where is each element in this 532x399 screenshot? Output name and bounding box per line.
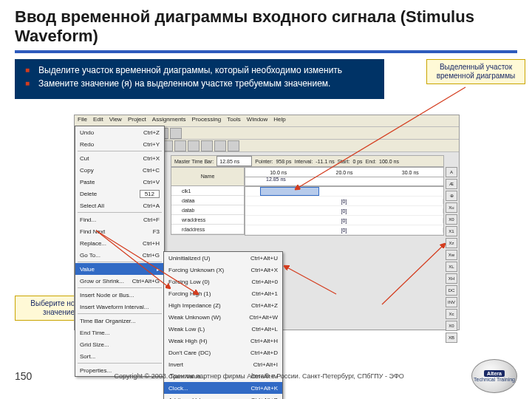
menu-timebar-organizer[interactable]: Time Bar Organizer... bbox=[75, 315, 164, 327]
menu-find[interactable]: Find...Ctrl+F bbox=[75, 214, 164, 225]
tool-icon[interactable]: XL bbox=[446, 262, 457, 272]
menu-item[interactable]: Tools bbox=[227, 116, 241, 126]
value-arbitrary[interactable]: Arbitrary Value...Ctrl+Alt+B bbox=[164, 394, 282, 399]
signal-row[interactable]: rdaddress bbox=[171, 225, 244, 234]
time-ruler[interactable]: 10.0 ns 20.0 ns 30.0 ns 12.85 ns bbox=[245, 167, 444, 186]
tool-icon[interactable]: Xw bbox=[446, 250, 457, 260]
tool-icon[interactable]: XH bbox=[446, 273, 457, 284]
tool-icon[interactable]: INV bbox=[446, 297, 457, 307]
pointer-value: 958 ps bbox=[276, 159, 291, 164]
timebar-label: Master Time Bar: bbox=[174, 159, 214, 164]
menu-copy[interactable]: CopyCtrl+C bbox=[75, 164, 164, 176]
waveform-row-clk[interactable] bbox=[245, 187, 443, 197]
menu-select-all[interactable]: Select AllCtrl+A bbox=[75, 200, 164, 211]
value-unknown[interactable]: Forcing Unknown (X)Ctrl+Alt+X bbox=[164, 264, 282, 276]
end-label: End: bbox=[366, 159, 376, 164]
interval-label: Interval: bbox=[294, 159, 313, 164]
tool-icon[interactable]: DC bbox=[446, 285, 457, 296]
edit-menu[interactable]: UndoCtrl+Z RedoCtrl+Y CutCtrl+X CopyCtrl… bbox=[75, 126, 165, 377]
tool-icon[interactable]: Xu bbox=[446, 202, 457, 213]
title-rule bbox=[15, 50, 517, 53]
timebar-value[interactable]: 12.85 ns bbox=[216, 156, 252, 166]
menu-item[interactable]: File bbox=[78, 116, 87, 126]
value-low[interactable]: Forcing Low (0)Ctrl+Alt+0 bbox=[164, 276, 282, 287]
menu-insert-node[interactable]: Insert Node or Bus... bbox=[75, 289, 164, 301]
start-label: Start: bbox=[338, 159, 350, 164]
signal-names-column: Name clk1 dataa datab wraddress rdaddres… bbox=[171, 167, 245, 235]
value-high[interactable]: Forcing High (1)Ctrl+Alt+1 bbox=[164, 287, 282, 299]
menu-value[interactable]: Value▸ bbox=[75, 263, 164, 275]
altera-logo-icon: Altera Technical Training bbox=[471, 359, 517, 393]
end-value: 100.0 ns bbox=[379, 159, 399, 164]
menu-goto[interactable]: Go To...Ctrl+G bbox=[75, 249, 164, 261]
instruction-item: Выделите участок временной диаграммы, ко… bbox=[35, 65, 377, 75]
menu-paste[interactable]: PasteCtrl+V bbox=[75, 176, 164, 188]
tool-icon[interactable]: ⊕ bbox=[446, 191, 457, 201]
menu-redo[interactable]: RedoCtrl+Y bbox=[75, 138, 164, 150]
interval-value: -11.1 ns bbox=[316, 159, 334, 164]
waveform-editor-window: File Edit View Project Assignments Proce… bbox=[74, 115, 460, 330]
menu-item[interactable]: View bbox=[109, 116, 122, 126]
value-weak-unknown[interactable]: Weak Unknown (W)Ctrl+Alt+W bbox=[164, 311, 282, 323]
menu-item[interactable]: Edit bbox=[93, 116, 103, 126]
tool-icon[interactable]: A bbox=[446, 167, 457, 177]
tool-icon[interactable]: Xc bbox=[446, 309, 457, 319]
start-value: 0 ps bbox=[352, 159, 362, 164]
toolbar-btn[interactable] bbox=[228, 140, 239, 151]
menu-item[interactable]: Help bbox=[273, 116, 285, 126]
copyright-text: Copyright © 2003. Тренинг партнер фирмы … bbox=[47, 372, 471, 380]
waveform-row-bus[interactable]: [0] bbox=[245, 216, 443, 225]
waveform-row-bus[interactable]: [0] bbox=[245, 206, 443, 216]
signal-row[interactable]: dataa bbox=[171, 196, 244, 205]
signal-row[interactable]: wraddress bbox=[171, 215, 244, 225]
value-dontcare[interactable]: Don't Care (DC)Ctrl+Alt+D bbox=[164, 347, 282, 358]
value-icons-toolbar[interactable]: A Æ ⊕ Xu X0 X1 Xz Xw XL XH DC INV Xc X0 … bbox=[446, 167, 457, 343]
waveform-row-bus[interactable]: [0] bbox=[245, 225, 443, 235]
callout-selected-region: Выделенный участок временной диаграммы bbox=[426, 59, 525, 84]
page-number: 150 bbox=[15, 370, 32, 382]
slide-footer: 150 Copyright © 2003. Тренинг партнер фи… bbox=[0, 359, 532, 393]
name-header: Name bbox=[171, 168, 244, 186]
tool-icon[interactable]: XB bbox=[446, 332, 457, 343]
menu-item[interactable]: Processing bbox=[192, 116, 222, 126]
toolbar-btn[interactable] bbox=[188, 140, 200, 151]
waveform-row-bus[interactable]: [0] bbox=[245, 197, 443, 206]
menu-end-time[interactable]: End Time... bbox=[75, 327, 164, 338]
logo-brand: Altera bbox=[484, 370, 505, 377]
waveform-area[interactable]: [0] [0] [0] [0] bbox=[245, 186, 444, 236]
toolbar-btn[interactable] bbox=[201, 140, 213, 151]
menu-grow-shrink[interactable]: Grow or Shrink...Ctrl+Alt+G bbox=[75, 275, 164, 287]
tool-icon[interactable]: X1 bbox=[446, 226, 457, 236]
menu-item[interactable]: Window bbox=[247, 116, 267, 126]
signal-row[interactable]: datab bbox=[171, 205, 244, 215]
toolbar-btn[interactable] bbox=[174, 140, 186, 151]
value-weak-low[interactable]: Weak Low (L)Ctrl+Alt+L bbox=[164, 323, 282, 335]
menu-undo[interactable]: UndoCtrl+Z bbox=[75, 126, 164, 138]
slide-title: Ввод временной диаграммы входного сигнал… bbox=[0, 0, 532, 50]
selected-region[interactable] bbox=[260, 187, 319, 196]
menu-find-next[interactable]: Find NextF3 bbox=[75, 225, 164, 237]
tool-icon[interactable]: Æ bbox=[446, 179, 457, 189]
value-highz[interactable]: High Impedance (Z)Ctrl+Alt+Z bbox=[164, 299, 282, 311]
toolbar-btn[interactable] bbox=[170, 128, 182, 139]
menu-item[interactable]: Assignments bbox=[152, 116, 186, 126]
menu-replace[interactable]: Replace...Ctrl+H bbox=[75, 237, 164, 249]
instructions-box: Выделите участок временной диаграммы, ко… bbox=[15, 59, 384, 99]
menu-item[interactable]: Project bbox=[128, 116, 146, 126]
menu-insert-interval[interactable]: Insert Waveform Interval... bbox=[75, 301, 164, 313]
value-uninitialized[interactable]: Uninitialized (U)Ctrl+Alt+U bbox=[164, 252, 282, 264]
tool-icon[interactable]: Xz bbox=[446, 238, 457, 248]
toolbar-btn[interactable] bbox=[214, 140, 226, 151]
instruction-item: Замените значение (я) на выделенном учас… bbox=[35, 78, 377, 89]
signal-row[interactable]: clk1 bbox=[171, 186, 244, 196]
timebar-infobar: Master Time Bar: 12.85 ns Pointer: 958 p… bbox=[171, 155, 444, 167]
tool-icon[interactable]: X0 bbox=[446, 214, 457, 225]
value-weak-high[interactable]: Weak High (H)Ctrl+Alt+H bbox=[164, 335, 282, 347]
menu-cut[interactable]: CutCtrl+X bbox=[75, 152, 164, 164]
logo-subtitle: Technical Training bbox=[474, 377, 515, 382]
tool-icon[interactable]: X0 bbox=[446, 321, 457, 331]
ruler-tick: 10.0 ns bbox=[270, 170, 287, 175]
menu-delete[interactable]: Delete512 bbox=[75, 188, 164, 200]
menu-grid-size[interactable]: Grid Size... bbox=[75, 338, 164, 350]
ruler-tick: 30.0 ns bbox=[402, 170, 419, 175]
